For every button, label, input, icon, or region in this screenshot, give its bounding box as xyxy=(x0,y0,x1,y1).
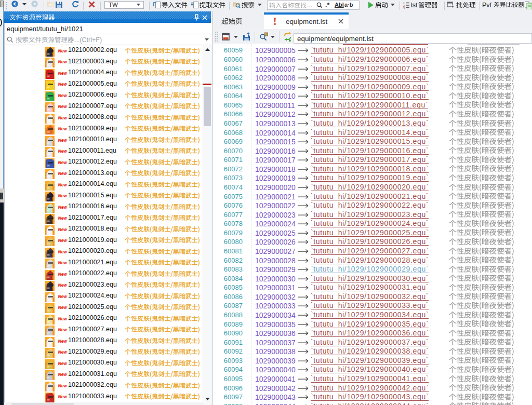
svg-text:3: 3 xyxy=(403,7,405,9)
